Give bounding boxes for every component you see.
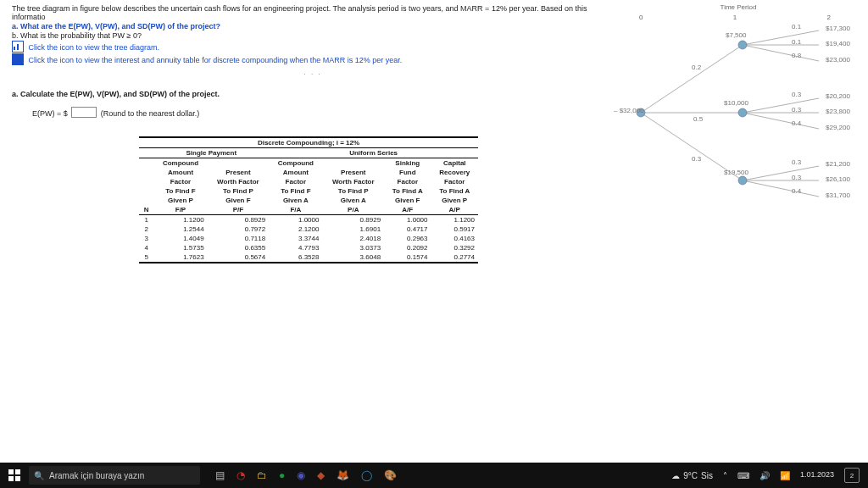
tree-diagram: Time Period 0 1 2 – $32,000 0.2 0.5 0.3 … (615, 3, 861, 215)
group-uniform: Uniform Series (269, 148, 478, 158)
windows-icon (8, 469, 20, 481)
intro-text: The tree diagram in figure below describ… (12, 4, 614, 21)
table-row: 21.25440.79722.12001.69010.47170.5917 (139, 225, 478, 234)
time-header: Time Period (615, 3, 861, 11)
search-icon: 🔍 (34, 471, 44, 480)
volume-icon[interactable]: 🔊 (760, 471, 770, 480)
wifi-icon[interactable]: 📶 (780, 471, 790, 480)
svg-rect-17 (15, 469, 20, 474)
task-view-icon[interactable]: ▤ (215, 469, 225, 481)
table-row: 41.57350.63554.77933.03730.20920.3292 (139, 243, 478, 252)
table-row: 11.12000.89291.00000.89291.00001.1200 (139, 215, 478, 225)
discord-icon[interactable]: ◉ (297, 469, 305, 481)
firefox-icon[interactable]: 🦊 (337, 469, 349, 481)
svg-point-14 (738, 108, 747, 117)
table-title: Discrete Compounding; i = 12% (139, 138, 478, 148)
start-button[interactable] (0, 463, 29, 488)
group-single: Single Payment (153, 148, 269, 158)
compounding-table: Discrete Compounding; i = 12% Single Pay… (139, 136, 478, 263)
question-a: a. What are the E(PW), V(PW), and SD(PW)… (12, 22, 614, 30)
date-text: 1.01.2023 (800, 471, 834, 479)
search-placeholder: Aramak için buraya yazın (49, 471, 144, 480)
svg-rect-19 (15, 476, 20, 481)
notification-center[interactable]: 2 (844, 468, 860, 483)
epw-input[interactable] (71, 107, 97, 118)
calc-prompt: a. Calculate the E(PW), V(PW), and SD(PW… (12, 90, 614, 98)
table-link-text: Click the icon to view the interest and … (29, 56, 403, 64)
system-tray: ☁ 9°C Sis ˄ ⌨ 🔊 📶 1.01.2023 2 (671, 468, 868, 483)
table-row: 31.40490.71183.37442.40180.29630.4163 (139, 234, 478, 243)
spotify-icon[interactable]: ● (279, 469, 285, 481)
svg-line-9 (743, 166, 819, 180)
svg-point-15 (738, 176, 747, 185)
folder-icon[interactable]: 🗀 (257, 469, 267, 481)
svg-line-11 (743, 180, 819, 197)
weather-icon: ☁ (671, 471, 680, 480)
svg-point-13 (738, 41, 747, 49)
table-row: 51.76230.56746.35283.60480.15740.2774 (139, 252, 478, 262)
svg-line-3 (743, 30, 819, 45)
chevron-up-icon[interactable]: ˄ (723, 471, 727, 480)
app-icon-3[interactable]: ◯ (361, 469, 372, 481)
tree-link[interactable]: Click the icon to view the tree diagram. (12, 41, 614, 53)
separator: · · · (12, 70, 614, 78)
epw-hint: (Round to the nearest dollar.) (101, 109, 200, 118)
taskbar: 🔍 Aramak için buraya yazın ▤ ◔ 🗀 ● ◉ ◆ 🦊… (0, 463, 868, 488)
svg-line-8 (743, 113, 819, 129)
keyboard-icon[interactable]: ⌨ (737, 471, 749, 480)
chart-icon (12, 41, 24, 53)
epw-label: E(PW) = $ (32, 109, 68, 118)
epw-row: E(PW) = $ (Round to the nearest dollar.) (32, 107, 614, 118)
table-icon (12, 53, 24, 65)
problem-pane: The tree diagram in figure below describ… (12, 3, 614, 263)
taskbar-search[interactable]: 🔍 Aramak için buraya yazın (29, 466, 200, 485)
svg-line-5 (743, 45, 819, 61)
root-value: – $32,000 (614, 108, 644, 114)
svg-rect-18 (8, 476, 14, 481)
svg-line-6 (743, 98, 819, 113)
app-icon-2[interactable]: ◆ (317, 469, 325, 481)
tree-link-text: Click the icon to view the tree diagram. (29, 43, 160, 52)
paint-icon[interactable]: 🎨 (384, 469, 397, 481)
clock[interactable]: 1.01.2023 (800, 471, 834, 479)
question-b: b. What is the probability that PW ≥ 0? (12, 31, 614, 40)
table-link[interactable]: Click the icon to view the interest and … (12, 53, 614, 65)
tree-svg (615, 15, 861, 210)
svg-rect-16 (8, 469, 14, 474)
taskbar-apps: ▤ ◔ 🗀 ● ◉ ◆ 🦊 ◯ 🎨 (215, 469, 397, 481)
weather-widget[interactable]: ☁ 9°C Sis (671, 471, 713, 480)
app-icon[interactable]: ◔ (236, 469, 245, 481)
